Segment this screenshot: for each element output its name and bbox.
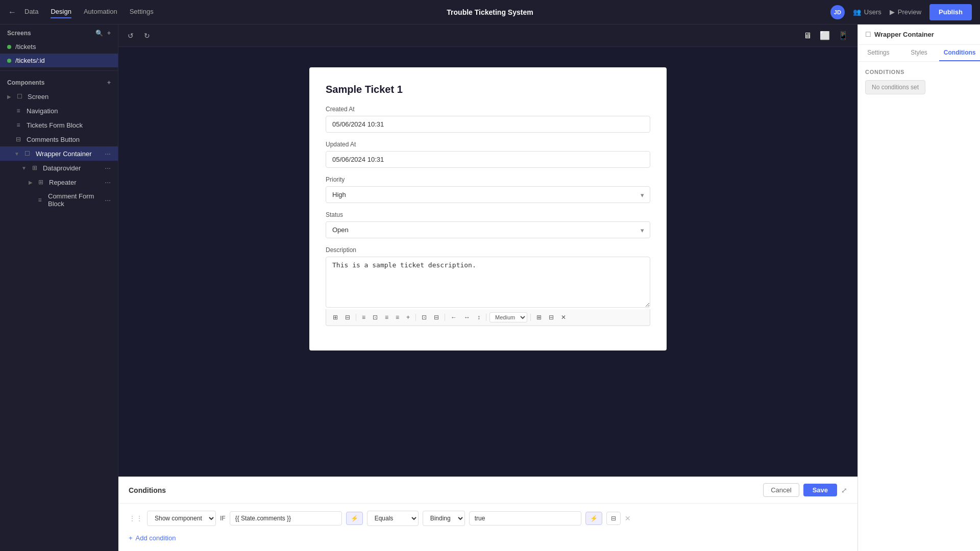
condition-expr-input[interactable] xyxy=(230,511,342,525)
repeater-more[interactable]: ··· xyxy=(105,178,111,186)
value-binding-icon[interactable]: ⚡ xyxy=(585,512,602,525)
component-tickets-form-block[interactable]: ≡ Tickets Form Block xyxy=(0,118,118,132)
status-select[interactable]: Open Closed In Progress xyxy=(326,221,650,238)
fmt-align-center-icon[interactable]: ⊡ xyxy=(370,312,380,322)
fmt-copy-icon[interactable]: ⊟ xyxy=(546,312,556,322)
comment-form-block-icon: ≡ xyxy=(36,196,44,204)
preview-button[interactable]: ▶ Preview xyxy=(890,8,921,16)
fmt-table-icon[interactable]: ⊞ xyxy=(330,312,340,322)
fmt-divider-4 xyxy=(486,314,486,321)
wrapper-container-icon: ☐ xyxy=(23,149,32,158)
fmt-delete-icon[interactable]: ✕ xyxy=(558,312,569,322)
tab-settings[interactable]: Settings xyxy=(858,45,899,61)
conditions-expand-button[interactable]: ⤢ xyxy=(841,486,847,494)
add-condition-button[interactable]: + Add condition xyxy=(129,532,176,544)
conditions-cancel-button[interactable]: Cancel xyxy=(763,483,799,497)
redo-button[interactable]: ↻ xyxy=(141,30,153,42)
back-button[interactable]: ← xyxy=(8,8,16,17)
comment-form-block-more[interactable]: ··· xyxy=(105,196,111,204)
expr-binding-icon[interactable]: ⚡ xyxy=(346,512,363,525)
wrapper-container-more[interactable]: ··· xyxy=(105,149,111,158)
show-component-select[interactable]: Show component Hide component xyxy=(147,511,216,526)
tab-conditions[interactable]: Conditions xyxy=(939,45,980,61)
nav-automation[interactable]: Automation xyxy=(84,6,117,18)
binding-select[interactable]: Binding Value xyxy=(423,511,465,526)
status-group: Status Open Closed In Progress ▾ xyxy=(326,211,650,238)
created-at-input[interactable] xyxy=(326,116,650,133)
drag-handle-icon[interactable]: ⋮⋮ xyxy=(129,514,143,522)
condition-copy-icon[interactable]: ⊟ xyxy=(606,512,621,525)
component-comment-form-block[interactable]: ≡ Comment Form Block ··· xyxy=(0,189,118,211)
updated-at-input[interactable] xyxy=(326,151,650,168)
users-button[interactable]: 👥 Users xyxy=(853,8,881,16)
component-screen[interactable]: ▶ ☐ Screen xyxy=(0,89,118,104)
format-toolbar: ⊞ ⊟ ≡ ⊡ ≡ ≡ + ⊡ ⊟ ← ↔ ↕ xyxy=(326,309,650,326)
dataprovider-more[interactable]: ··· xyxy=(105,164,111,172)
form-card: Sample Ticket 1 Created At Updated At Pr… xyxy=(309,67,667,350)
fmt-divider-2 xyxy=(415,314,416,321)
right-sidebar-tabs: Settings Styles Conditions xyxy=(858,45,980,62)
component-wrapper-container[interactable]: ▼ ☐ Wrapper Container ··· xyxy=(0,146,118,161)
left-sidebar: Screens 🔍 + /tickets /tickets/:id Compon… xyxy=(0,24,118,551)
conditions-panel-header: Conditions Cancel Save ⤢ xyxy=(118,477,857,504)
component-navigation[interactable]: ≡ Navigation xyxy=(0,104,118,118)
priority-label: Priority xyxy=(326,176,650,183)
app-title: Trouble Ticketing System xyxy=(447,8,533,16)
fmt-expand-icon[interactable]: ↕ xyxy=(475,312,483,322)
component-dataprovider[interactable]: ▼ ⊞ Dataprovider ··· xyxy=(0,161,118,175)
fmt-list-icon[interactable]: ⊟ xyxy=(342,312,353,322)
condition-row: ⋮⋮ Show component Hide component IF ⚡ Eq… xyxy=(129,511,847,526)
right-sidebar-title: Wrapper Container xyxy=(874,31,934,38)
wrapper-container-header-icon: ☐ xyxy=(865,31,871,38)
conditions-save-button[interactable]: Save xyxy=(803,484,837,496)
dataprovider-icon: ⊞ xyxy=(31,164,39,172)
component-comments-button[interactable]: ⊟ Comments Button xyxy=(0,132,118,146)
fmt-arrow-icon[interactable]: ↔ xyxy=(461,312,473,322)
mobile-view-button[interactable]: 📱 xyxy=(835,29,851,42)
screen-tickets-id[interactable]: /tickets/:id xyxy=(0,54,118,67)
undo-button[interactable]: ↺ xyxy=(125,30,137,42)
tablet-view-button[interactable]: ⬜ xyxy=(817,29,833,42)
add-screen-icon[interactable]: + xyxy=(107,30,111,37)
fmt-align-left-icon[interactable]: ≡ xyxy=(359,312,368,322)
fmt-align-right-icon[interactable]: ≡ xyxy=(382,312,391,322)
nav-settings[interactable]: Settings xyxy=(130,6,154,18)
component-repeater[interactable]: ▶ ⊞ Repeater ··· xyxy=(0,175,118,189)
fmt-align-justify-icon[interactable]: ≡ xyxy=(393,312,402,322)
fmt-grid-icon[interactable]: ⊞ xyxy=(534,312,544,322)
nav-design[interactable]: Design xyxy=(51,6,71,18)
fmt-indent-icon[interactable]: ⊡ xyxy=(419,312,429,322)
avatar: JD xyxy=(830,5,845,19)
topbar: ← Data Design Automation Settings Troubl… xyxy=(0,0,980,24)
tab-styles[interactable]: Styles xyxy=(899,45,940,61)
description-textarea[interactable]: This is a sample ticket description. xyxy=(326,257,650,308)
equals-select[interactable]: Equals Not Equals Contains xyxy=(367,511,419,526)
fmt-divider-1 xyxy=(356,314,356,321)
nav-data[interactable]: Data xyxy=(24,6,38,18)
desktop-view-button[interactable]: 🖥 xyxy=(800,29,815,42)
navigation-icon: ≡ xyxy=(14,107,22,115)
condition-delete-icon[interactable]: ✕ xyxy=(625,514,631,522)
if-label: IF xyxy=(220,515,226,522)
fmt-size-select[interactable]: Medium Small Large xyxy=(489,312,527,322)
center-area: ↺ ↻ 🖥 ⬜ 📱 Sample Ticket 1 Created At Upd… xyxy=(118,24,857,551)
fmt-add-icon[interactable]: + xyxy=(404,312,412,322)
add-condition-plus-icon: + xyxy=(129,534,133,542)
fmt-outdent-icon[interactable]: ⊟ xyxy=(431,312,442,322)
publish-button[interactable]: Publish xyxy=(929,4,972,20)
status-label: Status xyxy=(326,211,650,218)
screen-tickets[interactable]: /tickets xyxy=(0,40,118,54)
condition-value-input[interactable] xyxy=(469,511,581,525)
priority-select[interactable]: High Medium Low xyxy=(326,186,650,203)
add-condition-label: Add condition xyxy=(136,534,176,542)
status-select-wrap: Open Closed In Progress ▾ xyxy=(326,221,650,238)
fmt-undo-icon[interactable]: ← xyxy=(448,312,459,322)
right-sidebar-header: ☐ Wrapper Container xyxy=(858,24,980,45)
add-component-icon[interactable]: + xyxy=(107,79,111,86)
right-sidebar-body: CONDITIONS No conditions set xyxy=(858,62,980,551)
conditions-body: ⋮⋮ Show component Hide component IF ⚡ Eq… xyxy=(118,504,857,551)
repeater-icon: ⊞ xyxy=(37,178,45,186)
search-icon[interactable]: 🔍 xyxy=(95,30,103,37)
screen-status-dot xyxy=(7,45,11,49)
components-header: Components + xyxy=(0,74,118,89)
